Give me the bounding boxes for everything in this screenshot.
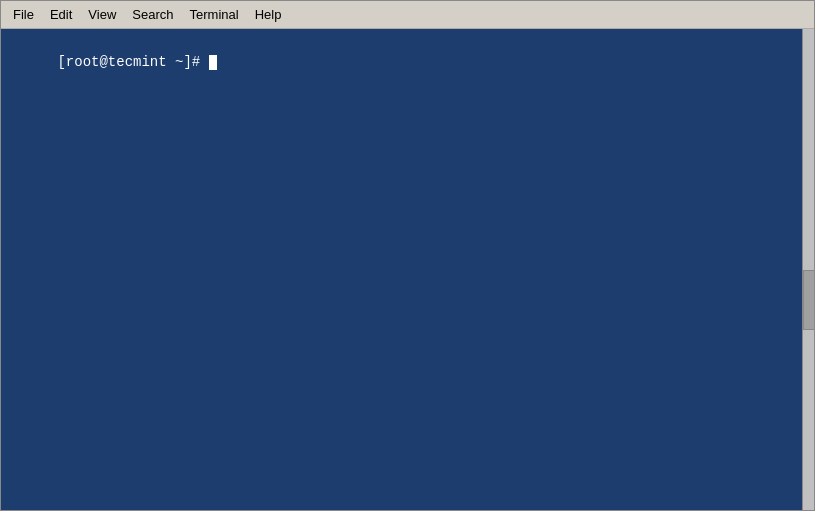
menu-help[interactable]: Help [247,4,290,25]
terminal-window: File Edit View Search Terminal Help [roo… [0,0,815,511]
menu-file[interactable]: File [5,4,42,25]
terminal-cursor [209,55,217,70]
menu-search[interactable]: Search [124,4,181,25]
menu-edit[interactable]: Edit [42,4,80,25]
scrollbar-thumb[interactable] [803,270,814,330]
menu-terminal[interactable]: Terminal [182,4,247,25]
terminal-output: [root@tecmint ~]# [7,33,808,92]
scrollbar[interactable] [802,29,814,510]
terminal-prompt: [root@tecmint ~]# [57,54,208,70]
menu-view[interactable]: View [80,4,124,25]
terminal-area[interactable]: [root@tecmint ~]# [1,29,814,510]
menubar: File Edit View Search Terminal Help [1,1,814,29]
